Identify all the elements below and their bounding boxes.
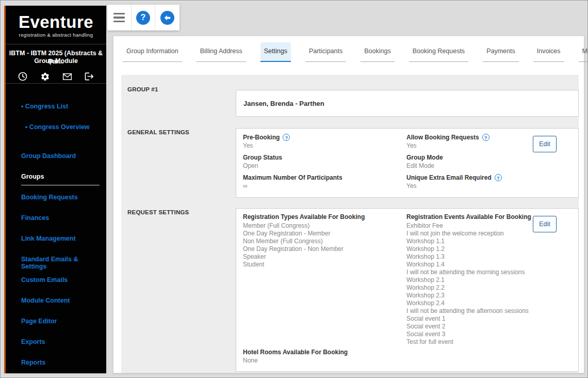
gear-icon[interactable]	[39, 71, 51, 82]
sidebar-item[interactable]: Reports	[21, 359, 102, 378]
group-section-label: GROUP #1	[127, 86, 158, 92]
sidebar-item-congress-overview[interactable]: • Congress Overview	[25, 123, 90, 144]
list-item: Non Member (Full Congress)	[243, 238, 403, 245]
sidebar-item[interactable]: Link Management	[21, 235, 102, 256]
arrow-left-icon	[160, 11, 174, 25]
tab[interactable]: Booking Requests	[409, 42, 468, 62]
edit-general-settings-button[interactable]: Edit	[533, 136, 557, 152]
field-value: Open	[243, 162, 406, 169]
tab[interactable]: Group Information	[123, 42, 182, 62]
field-label: Unique Extra Email Required	[406, 174, 492, 181]
clock-icon[interactable]	[17, 71, 28, 82]
list-item: One Day Registration - Non Member	[243, 245, 403, 253]
list-item: I will not be attending the afternoon se…	[406, 307, 556, 315]
list-item: Workshop 2.4	[406, 300, 556, 307]
sidebar-item[interactable]: Exports	[21, 338, 102, 359]
field-label: Group Mode	[406, 154, 443, 161]
top-toolbar: ?	[107, 5, 179, 30]
list-item: Workshop 1.3	[406, 253, 556, 261]
setting-field: Unique Extra Email Required Yes	[406, 174, 527, 194]
sidebar-item[interactable]: Group Dashboard	[21, 152, 102, 173]
tab[interactable]: Settings	[260, 42, 291, 62]
list-item: Social event 1	[406, 315, 556, 323]
tab[interactable]: Billing Address	[197, 42, 246, 62]
list-item: Social event 2	[406, 323, 556, 330]
registration-types-list: Member (Full Congress)One Day Registrati…	[243, 222, 403, 269]
sidebar: Eventure registration & abstract handlin…	[6, 6, 106, 373]
list-item: I will not be attending the morning sess…	[406, 269, 556, 276]
sidebar-item[interactable]: Page Editor	[21, 318, 102, 338]
list-item: Workshop 2.2	[406, 284, 556, 292]
setting-field: Group Status Open	[243, 154, 406, 174]
general-settings-box: Pre-Booking Yes Allow Booking Requests Y…	[236, 128, 579, 198]
hamburger-icon	[113, 13, 125, 23]
sidebar-menu: Group DashboardGroupsBooking RequestsFin…	[21, 152, 102, 378]
field-value: Edit Mode	[406, 162, 527, 169]
sidebar-item[interactable]: Finances	[21, 214, 102, 235]
list-item: Workshop 1.2	[406, 245, 556, 253]
help-icon[interactable]	[283, 134, 290, 141]
list-item: Test for full event	[406, 338, 556, 346]
hotel-rooms-value: None	[243, 357, 348, 364]
sidebar-item[interactable]: Module Content	[21, 297, 102, 318]
registration-events-list: Exhibitor FeeI will not join the welcome…	[406, 222, 556, 346]
list-item: Workshop 2.1	[406, 276, 556, 284]
sidebar-item[interactable]: Groups	[21, 173, 102, 194]
module-title: Group Module	[6, 57, 106, 65]
help-icon[interactable]	[482, 134, 489, 141]
menu-button[interactable]	[107, 5, 132, 30]
help-button[interactable]: ?	[132, 5, 156, 30]
logo-subtitle: registration & abstract handling	[6, 32, 106, 38]
sidebar-item[interactable]: Custom Emails	[21, 276, 102, 297]
setting-field: Maximum Number Of Participants ∞	[243, 174, 406, 194]
help-icon[interactable]	[495, 174, 502, 181]
field-label: Group Status	[243, 154, 282, 161]
sidebar-congress-links: • Congress List • Congress Overview	[21, 103, 90, 144]
question-icon: ?	[136, 11, 150, 25]
list-item: Student	[243, 261, 403, 269]
field-value: ∞	[243, 182, 406, 190]
settings-section: GROUP #1 Jansen, Brenda - Parthen GENERA…	[121, 75, 579, 373]
sidebar-item[interactable]: Standard Emails & Settings	[21, 256, 102, 276]
request-settings-label: REQUEST SETTINGS	[127, 209, 189, 215]
app-window: Eventure registration & abstract handlin…	[0, 0, 588, 378]
list-item: Workshop 2.3	[406, 292, 556, 300]
sidebar-divider	[6, 44, 106, 44]
field-value: Yes	[406, 142, 527, 149]
hotel-rooms-title: Hotel Rooms Available For Booking	[243, 349, 348, 356]
tab[interactable]: Mailings	[579, 42, 588, 62]
setting-field: Pre-Booking Yes	[243, 134, 406, 154]
mail-icon[interactable]	[61, 71, 73, 82]
sidebar-item[interactable]: Booking Requests	[21, 194, 102, 214]
logo: Eventure registration & abstract handlin…	[6, 13, 106, 38]
hotel-rooms-block: Hotel Rooms Available For Booking None	[243, 349, 348, 364]
sidebar-divider	[6, 83, 106, 84]
tab-bar: Group InformationBilling AddressSettings…	[123, 42, 588, 62]
tab[interactable]: Bookings	[361, 42, 394, 62]
sidebar-icon-row	[17, 71, 95, 82]
field-label: Pre-Booking	[243, 134, 280, 141]
list-item: Speaker	[243, 253, 403, 261]
request-settings-box: Registration Types Available For Booking…	[236, 208, 579, 372]
setting-field: Allow Booking Requests Yes	[406, 134, 527, 154]
back-button[interactable]	[155, 5, 179, 30]
setting-field: Group Mode Edit Mode	[406, 154, 527, 174]
tab[interactable]: Payments	[483, 42, 519, 62]
field-value: Yes	[406, 182, 527, 190]
general-settings-label: GENERAL SETTINGS	[127, 129, 189, 135]
general-settings-fields: Pre-Booking Yes Allow Booking Requests Y…	[243, 134, 527, 194]
list-item: Workshop 1.4	[406, 261, 556, 269]
list-item: One Day Registration - Member	[243, 230, 403, 238]
field-value: Yes	[243, 142, 406, 149]
list-item: Member (Full Congress)	[243, 222, 403, 230]
tab[interactable]: Invoices	[533, 42, 564, 62]
tab[interactable]: Participants	[305, 42, 346, 62]
sidebar-item-congress-list[interactable]: • Congress List	[21, 103, 90, 123]
logout-icon[interactable]	[84, 71, 95, 82]
list-item: Workshop 1.1	[406, 238, 556, 245]
field-label: Maximum Number Of Participants	[243, 174, 342, 181]
edit-request-settings-button[interactable]: Edit	[533, 216, 557, 232]
registration-events-column: Registration Events Available For Bookin…	[406, 213, 556, 346]
field-label: Allow Booking Requests	[406, 134, 479, 141]
registration-types-title: Registration Types Available For Booking	[243, 213, 403, 221]
